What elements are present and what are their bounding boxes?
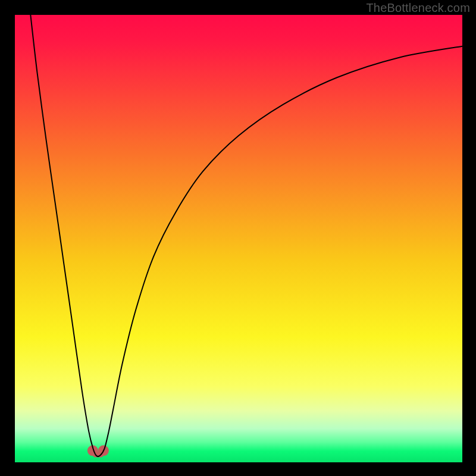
curve-layer xyxy=(15,15,462,462)
trough-marker xyxy=(87,445,109,457)
outer-black-frame: TheBottleneck.com xyxy=(0,0,476,476)
bottleneck-curve-line xyxy=(30,15,462,456)
watermark-text: TheBottleneck.com xyxy=(366,1,470,15)
chart-plot-area xyxy=(15,15,462,462)
